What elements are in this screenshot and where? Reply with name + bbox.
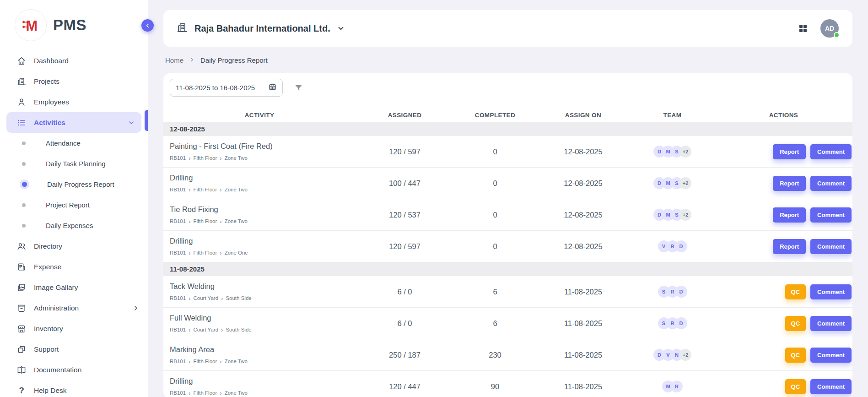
sidebar-subitem-daily-expenses[interactable]: Daily Expenses — [0, 215, 148, 236]
qc-button[interactable]: QC — [785, 284, 806, 299]
sidebar-item-support[interactable]: Support — [0, 339, 148, 359]
team-more-badge[interactable]: +2 — [679, 209, 691, 221]
sidebar-item-inventory[interactable]: Inventory — [0, 318, 148, 339]
sidebar-item-label: Administration — [34, 304, 79, 312]
sidebar-item-expense[interactable]: Expense — [0, 256, 148, 277]
activity-title: Painting - First Coat (Fire Red) — [170, 142, 356, 151]
avatar-initials: AD — [825, 25, 834, 32]
image-icon — [16, 283, 27, 293]
content-card: ACTIVITYASSIGNEDCOMPLETEDASSIGN ONTEAMAC… — [163, 73, 852, 397]
bullet-dot — [22, 203, 26, 207]
assigned-value: 100 / 447 — [356, 179, 454, 188]
activity-location: RB101›Fifth Floor›Zone Two — [170, 358, 356, 365]
sidebar-item-employees[interactable]: Employees — [0, 92, 148, 112]
chevron-right-icon: › — [221, 326, 223, 333]
assigned-value: 120 / 597 — [356, 147, 454, 156]
chevron-right-icon: › — [220, 390, 221, 397]
sidebar-item-label: Dashboard — [34, 57, 69, 65]
qc-button[interactable]: QC — [785, 348, 806, 363]
comment-button[interactable]: Comment — [810, 284, 852, 299]
team-more-badge[interactable]: +2 — [679, 146, 691, 158]
location-segment: RB101 — [170, 250, 186, 256]
sidebar-item-help-desk[interactable]: ?Help Desk — [0, 380, 148, 397]
team-more-badge[interactable]: +2 — [679, 349, 691, 361]
activity-cell: Marking AreaRB101›Fifth Floor›Zone Two — [163, 345, 356, 365]
comment-button[interactable]: Comment — [810, 379, 852, 394]
date-group-header: 12-08-2025 — [163, 122, 852, 136]
sidebar-item-label: Activities — [34, 119, 65, 127]
date-range-input[interactable] — [176, 84, 264, 92]
date-range-picker[interactable] — [170, 79, 283, 97]
location-segment: Zone Two — [225, 155, 248, 161]
sidebar-subitem-label: Daily Expenses — [46, 222, 93, 229]
sidebar-item-activities[interactable]: Activities — [6, 112, 141, 133]
sidebar-item-directory[interactable]: Directory — [0, 236, 148, 256]
report-button[interactable]: Report — [773, 207, 806, 223]
archive-icon — [16, 303, 27, 313]
store-icon — [16, 324, 27, 334]
sidebar-subitem-attendance[interactable]: Attendance — [0, 133, 148, 153]
sidebar-subitem-daily-progress-report[interactable]: Daily Progress Report — [0, 174, 148, 195]
sidebar-menu: DashboardProjectsEmployeesActivitiesAtte… — [0, 50, 148, 397]
chevron-right-icon: › — [220, 218, 221, 225]
activity-title: Marking Area — [170, 345, 356, 354]
building-icon — [16, 76, 27, 87]
completed-value: 0 — [454, 179, 536, 188]
activity-cell: Tie Rod FixingRB101›Fifth Floor›Zone Two — [163, 205, 356, 225]
sidebar-item-label: Inventory — [34, 325, 63, 333]
actions-cell: ReportComment — [715, 144, 852, 159]
sidebar-item-dashboard[interactable]: Dashboard — [0, 50, 148, 71]
comment-button[interactable]: Comment — [810, 144, 852, 159]
bullet-dot — [22, 162, 26, 166]
qc-button[interactable]: QC — [785, 316, 806, 331]
activity-title: Tie Rod Fixing — [170, 205, 356, 214]
chevron-right-icon: › — [189, 218, 190, 225]
completed-value: 230 — [454, 351, 536, 359]
date-group-header: 11-08-2025 — [163, 262, 852, 276]
sidebar-collapse-button[interactable] — [141, 19, 154, 32]
location-segment: RB101 — [170, 390, 186, 396]
active-menu-indicator — [145, 110, 148, 131]
sidebar-item-administration[interactable]: Administration — [0, 298, 148, 318]
completed-value: 6 — [454, 319, 536, 328]
location-segment: Zone Two — [225, 359, 248, 364]
team-member-avatar[interactable]: D — [675, 317, 687, 329]
company-name: Raja Bahadur International Ltd. — [194, 23, 330, 34]
sidebar-subitem-project-report[interactable]: Project Report — [0, 195, 148, 215]
sidebar-subitem-label: Attendance — [46, 139, 81, 147]
assign-on-value: 11-08-2025 — [536, 351, 630, 359]
user-avatar[interactable]: AD — [820, 19, 839, 38]
sidebar-subitem-daily-task-planning[interactable]: Daily Task Planning — [0, 153, 148, 174]
report-button[interactable]: Report — [773, 144, 806, 159]
assign-on-value: 12-08-2025 — [536, 211, 630, 219]
comment-button[interactable]: Comment — [810, 316, 852, 331]
report-button[interactable]: Report — [773, 176, 806, 191]
column-header-activity: ACTIVITY — [163, 112, 356, 119]
apps-grid-icon[interactable] — [798, 23, 809, 34]
sidebar-item-documentation[interactable]: Documentation — [0, 359, 148, 380]
company-selector[interactable]: Raja Bahadur International Ltd. — [176, 22, 345, 35]
sidebar-item-image-gallary[interactable]: Image Gallary — [0, 277, 148, 298]
breadcrumb-home[interactable]: Home — [165, 56, 183, 64]
calendar-icon — [268, 82, 277, 93]
sidebar-item-projects[interactable]: Projects — [0, 71, 148, 92]
comment-button[interactable]: Comment — [810, 239, 852, 254]
filter-funnel-icon[interactable] — [294, 83, 303, 92]
report-button[interactable]: Report — [773, 239, 806, 254]
location-segment: Fifth Floor — [194, 390, 217, 396]
assign-on-value: 11-08-2025 — [536, 319, 630, 328]
comment-button[interactable]: Comment — [810, 348, 852, 363]
comment-button[interactable]: Comment — [810, 207, 852, 223]
location-segment: Zone One — [225, 250, 248, 256]
team-member-avatar[interactable]: R — [671, 381, 683, 392]
table-row: DrillingRB101›Fifth Floor›Zone One120 / … — [163, 231, 852, 262]
comment-button[interactable]: Comment — [810, 176, 852, 191]
qc-button[interactable]: QC — [785, 379, 806, 394]
column-header-actions: ACTIONS — [715, 112, 852, 119]
chevron-right-icon: › — [220, 250, 221, 256]
bullet-dot — [22, 182, 27, 187]
team-member-avatar[interactable]: D — [675, 286, 687, 298]
team-member-avatar[interactable]: D — [675, 240, 687, 252]
chevron-right-icon: › — [221, 295, 223, 302]
team-more-badge[interactable]: +2 — [679, 177, 691, 189]
